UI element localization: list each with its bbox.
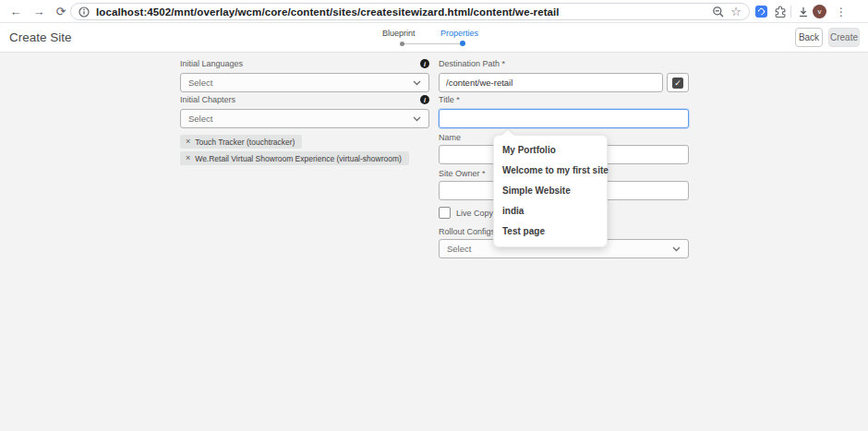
browser-menu-icon[interactable]: ⋮ xyxy=(833,4,850,20)
popup-caret xyxy=(501,130,514,136)
autofill-item[interactable]: india xyxy=(494,200,607,221)
autofill-item[interactable]: Test page xyxy=(494,221,607,241)
forward-icon[interactable]: → xyxy=(30,3,47,19)
title-input[interactable] xyxy=(439,109,689,128)
path-picker-button[interactable]: ✓ xyxy=(667,73,689,92)
autofill-popup: My Portfolio Welcome to my first site Si… xyxy=(493,135,608,247)
live-copy-label: Live Copy xyxy=(456,209,493,218)
profile-avatar[interactable]: v xyxy=(813,5,826,18)
create-button[interactable]: Create xyxy=(828,28,860,47)
stepper-line xyxy=(404,43,463,44)
live-copy-checkbox[interactable] xyxy=(439,207,451,219)
reload-icon[interactable]: ⟳ xyxy=(53,3,69,19)
initial-languages-label-row: Initial Languages i xyxy=(180,59,429,68)
checked-checkbox-icon: ✓ xyxy=(672,78,683,89)
step-properties: Properties xyxy=(440,29,478,38)
initial-chapters-info-icon[interactable]: i xyxy=(420,95,429,104)
live-copy-row: Live Copy xyxy=(439,207,493,219)
address-bar[interactable]: localhost:4502/mnt/overlay/wcm/core/cont… xyxy=(70,3,750,20)
title-label: Title * xyxy=(439,95,460,104)
step-dot-blueprint xyxy=(400,42,404,46)
extension-glyph xyxy=(757,7,766,17)
url-text: localhost:4502/mnt/overlay/wcm/core/cont… xyxy=(96,6,712,18)
step-blueprint: Blueprint xyxy=(382,29,416,38)
back-button[interactable]: Back xyxy=(795,28,823,47)
page-title: Create Site xyxy=(9,30,72,44)
name-label: Name xyxy=(439,133,461,142)
tag-touch-tracker: × Touch Tracker (touchtracker) xyxy=(180,135,302,149)
wizard-header: Create Site Blueprint Properties Back Cr… xyxy=(0,23,868,53)
step-dot-properties xyxy=(460,41,465,46)
chevron-down-icon xyxy=(672,246,681,252)
browser-toolbar: ← → ⟳ localhost:4502/mnt/overlay/wcm/cor… xyxy=(0,0,868,23)
initial-chapters-label: Initial Chapters xyxy=(180,95,235,104)
initial-languages-select[interactable]: Select xyxy=(180,73,429,92)
site-owner-label: Site Owner * xyxy=(439,169,486,178)
autofill-item[interactable]: Simple Website xyxy=(494,180,607,200)
extensions-puzzle-icon[interactable] xyxy=(772,4,789,20)
zoom-out-icon[interactable] xyxy=(712,6,725,18)
rollout-configs-label: Rollout Configs xyxy=(439,227,495,236)
screen: ← → ⟳ localhost:4502/mnt/overlay/wcm/cor… xyxy=(0,0,868,431)
autofill-item[interactable]: My Portfolio xyxy=(494,139,607,160)
tag-remove-icon[interactable]: × xyxy=(186,138,190,146)
initial-languages-label: Initial Languages xyxy=(180,59,243,68)
bookmark-star-icon[interactable]: ☆ xyxy=(730,6,741,18)
chevron-down-icon xyxy=(413,80,421,86)
destination-path-input[interactable] xyxy=(439,73,663,92)
initial-chapters-select[interactable]: Select xyxy=(180,109,429,128)
initial-languages-info-icon[interactable]: i xyxy=(420,59,429,68)
wizard-content: Initial Languages i Select Initial Chapt… xyxy=(0,53,868,431)
extension-icon[interactable] xyxy=(755,6,767,18)
toolbar-divider xyxy=(790,6,791,18)
autofill-item[interactable]: Welcome to my first site xyxy=(494,160,607,180)
initial-chapters-label-row: Initial Chapters i xyxy=(180,95,429,104)
chevron-down-icon xyxy=(413,116,421,122)
tag-virtual-showroom: × We.Retail Virtual Showroom Experience … xyxy=(180,151,409,165)
back-icon[interactable]: ← xyxy=(7,3,24,19)
tag-remove-icon[interactable]: × xyxy=(186,154,190,162)
download-icon[interactable] xyxy=(795,4,812,20)
destination-path-label: Destination Path * xyxy=(439,59,505,68)
site-info-icon[interactable] xyxy=(78,6,90,18)
